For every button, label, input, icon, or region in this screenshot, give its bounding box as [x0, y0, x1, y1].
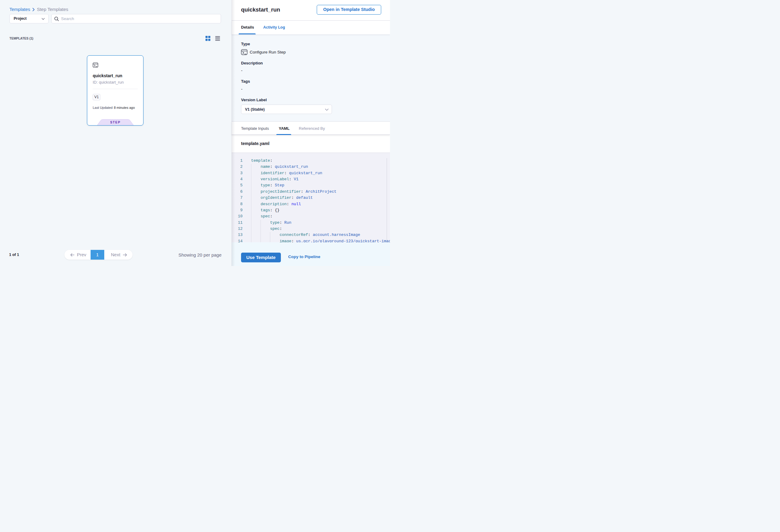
svg-text:STEP: STEP	[110, 120, 120, 124]
